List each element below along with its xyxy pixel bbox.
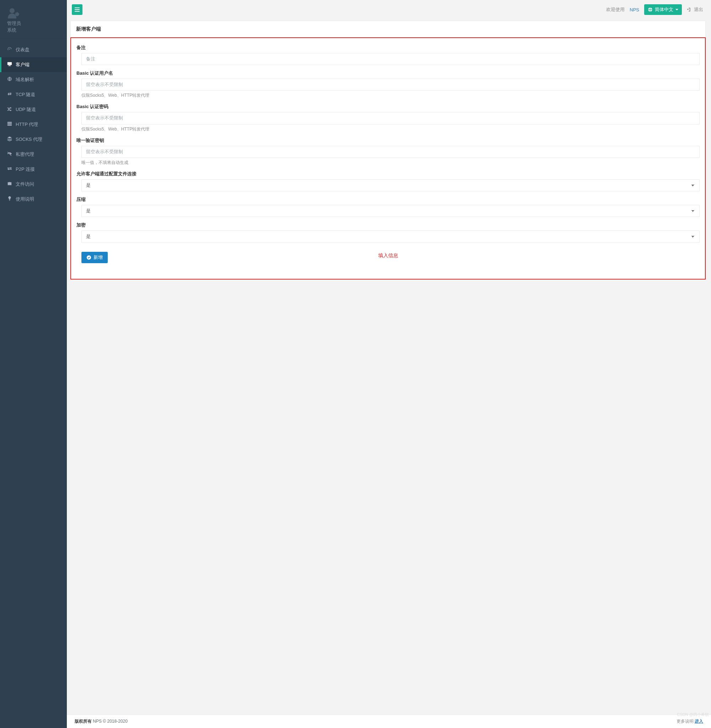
verify-key-input[interactable] — [81, 146, 700, 158]
sidebar: 管理员 系统 仪表盘 客户端 域名解析 TCP 隧道 UDP — [0, 0, 67, 728]
logout-icon — [687, 7, 692, 12]
svg-rect-10 — [75, 9, 80, 10]
verify-key-help: 唯一值，不填将自动生成 — [81, 160, 700, 166]
topbar: 欢迎使用 NPS 简体中文 退出 — [67, 0, 711, 19]
footer-copyright-rest: NPS © 2018-2020 — [92, 719, 128, 724]
svg-rect-2 — [7, 62, 12, 65]
remark-label: 备注 — [77, 44, 700, 51]
user-system: 系统 — [7, 27, 60, 33]
config-conn-label: 允许客户端通过配置文件连接 — [77, 171, 700, 177]
svg-rect-7 — [7, 123, 12, 124]
basic-pass-input[interactable] — [81, 112, 700, 124]
sidebar-item-label: HTTP 代理 — [16, 121, 38, 128]
welcome-text: 欢迎使用 — [606, 6, 625, 13]
verify-key-label: 唯一验证密钥 — [77, 137, 700, 144]
compress-label: 压缩 — [77, 196, 700, 203]
svg-rect-4 — [9, 66, 11, 66]
basic-user-input[interactable] — [81, 78, 700, 91]
sidebar-item-tcp[interactable]: TCP 隧道 — [0, 87, 67, 102]
config-conn-select[interactable]: 是 — [81, 179, 700, 191]
lightbulb-icon — [7, 196, 12, 202]
logout-link[interactable]: 退出 — [687, 6, 703, 13]
basic-user-label: Basic 认证用户名 — [77, 70, 700, 77]
svg-rect-11 — [75, 11, 80, 12]
sidebar-item-p2p[interactable]: P2P 连接 — [0, 162, 67, 177]
sidebar-item-label: 域名解析 — [16, 77, 34, 83]
submit-button[interactable]: 新增 — [81, 252, 108, 263]
crypt-select[interactable]: 是 — [81, 230, 700, 242]
logout-label: 退出 — [694, 6, 703, 13]
sidebar-item-label: TCP 隧道 — [16, 92, 35, 98]
sidebar-item-file[interactable]: 文件访问 — [0, 177, 67, 192]
form-panel: 新增客户端 备注 Basic 认证用户名 仅限Socks5、Web、HTTP转发… — [70, 21, 706, 279]
sidebar-item-http[interactable]: HTTP 代理 — [0, 117, 67, 132]
basic-user-help: 仅限Socks5、Web、HTTP转发代理 — [81, 93, 700, 99]
retweet-icon — [7, 92, 12, 97]
basic-pass-help: 仅限Socks5、Web、HTTP转发代理 — [81, 126, 700, 132]
chevron-down-icon — [676, 9, 678, 10]
globe-icon — [648, 7, 653, 12]
sidebar-item-socks[interactable]: SOCKS 代理 — [0, 132, 67, 147]
dashboard-icon — [7, 47, 12, 53]
user-role: 管理员 — [7, 21, 60, 27]
svg-rect-9 — [75, 7, 80, 8]
sidebar-item-label: UDP 隧道 — [16, 106, 36, 113]
check-circle-icon — [86, 255, 91, 260]
sidebar-item-udp[interactable]: UDP 隧道 — [0, 102, 67, 117]
footer-copyright-bold: 版权所有 — [75, 719, 92, 724]
brand-link[interactable]: NPS — [630, 7, 639, 12]
sidebar-item-label: 客户端 — [16, 62, 30, 68]
svg-rect-8 — [7, 125, 12, 126]
server-icon — [7, 121, 12, 127]
sidebar-item-domain[interactable]: 域名解析 — [0, 72, 67, 87]
menu-toggle-button[interactable] — [72, 4, 83, 15]
sidebar-item-label: 仪表盘 — [16, 47, 30, 53]
submit-label: 新增 — [93, 254, 103, 261]
sidebar-item-help[interactable]: 使用说明 — [0, 192, 67, 207]
monitor-icon — [7, 62, 12, 68]
footer: 版权所有 NPS © 2018-2020 更多说明 进入 — [67, 715, 711, 728]
basic-pass-label: Basic 认证密码 — [77, 103, 700, 110]
svg-point-0 — [10, 8, 15, 13]
sidebar-item-label: 使用说明 — [16, 196, 34, 202]
footer-more: 更多说明 — [677, 719, 695, 724]
remark-input[interactable] — [81, 53, 700, 65]
crypt-label: 加密 — [77, 222, 700, 228]
compress-select[interactable]: 是 — [81, 205, 700, 217]
random-icon — [7, 106, 12, 112]
avatar — [7, 8, 20, 19]
sidebar-item-label: 文件访问 — [16, 181, 34, 188]
sidebar-profile: 管理员 系统 — [0, 0, 67, 38]
sidebar-item-label: SOCKS 代理 — [16, 136, 42, 143]
globe-icon — [7, 77, 12, 83]
sidebar-item-secret[interactable]: 私密代理 — [0, 147, 67, 162]
exchange-icon — [7, 166, 12, 172]
footer-link[interactable]: 进入 — [695, 719, 703, 724]
sidebar-item-label: P2P 连接 — [16, 166, 35, 173]
language-button[interactable]: 简体中文 — [644, 4, 682, 15]
sidebar-nav: 仪表盘 客户端 域名解析 TCP 隧道 UDP 隧道 HTTP 代理 — [0, 39, 67, 207]
panel-title: 新增客户端 — [71, 21, 705, 38]
layers-icon — [7, 136, 12, 142]
briefcase-icon — [7, 181, 12, 187]
eye-slash-icon — [7, 151, 12, 157]
svg-rect-3 — [9, 65, 10, 66]
language-label: 简体中文 — [655, 6, 673, 13]
sidebar-item-client[interactable]: 客户端 — [0, 57, 67, 72]
sidebar-item-dashboard[interactable]: 仪表盘 — [0, 42, 67, 57]
sidebar-item-label: 私密代理 — [16, 151, 34, 158]
svg-rect-6 — [7, 122, 12, 123]
